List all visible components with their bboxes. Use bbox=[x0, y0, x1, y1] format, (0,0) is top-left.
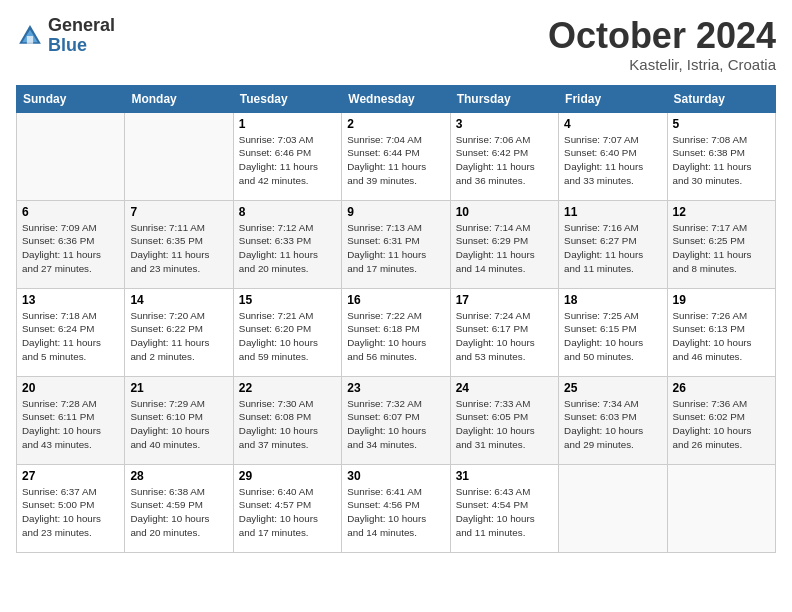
day-info: Sunrise: 7:13 AM Sunset: 6:31 PM Dayligh… bbox=[347, 221, 444, 276]
day-number: 8 bbox=[239, 205, 336, 219]
page-header: General Blue October 2024 Kastelir, Istr… bbox=[16, 16, 776, 73]
day-number: 13 bbox=[22, 293, 119, 307]
day-number: 3 bbox=[456, 117, 553, 131]
day-info: Sunrise: 7:29 AM Sunset: 6:10 PM Dayligh… bbox=[130, 397, 227, 452]
day-number: 21 bbox=[130, 381, 227, 395]
weekday-header-thursday: Thursday bbox=[450, 85, 558, 112]
logo-general-text: General bbox=[48, 15, 115, 35]
calendar-cell: 10Sunrise: 7:14 AM Sunset: 6:29 PM Dayli… bbox=[450, 200, 558, 288]
calendar-cell: 6Sunrise: 7:09 AM Sunset: 6:36 PM Daylig… bbox=[17, 200, 125, 288]
logo: General Blue bbox=[16, 16, 115, 56]
day-number: 25 bbox=[564, 381, 661, 395]
day-number: 10 bbox=[456, 205, 553, 219]
day-number: 18 bbox=[564, 293, 661, 307]
calendar-cell: 13Sunrise: 7:18 AM Sunset: 6:24 PM Dayli… bbox=[17, 288, 125, 376]
day-info: Sunrise: 7:11 AM Sunset: 6:35 PM Dayligh… bbox=[130, 221, 227, 276]
calendar-cell: 16Sunrise: 7:22 AM Sunset: 6:18 PM Dayli… bbox=[342, 288, 450, 376]
calendar-cell: 20Sunrise: 7:28 AM Sunset: 6:11 PM Dayli… bbox=[17, 376, 125, 464]
location-subtitle: Kastelir, Istria, Croatia bbox=[548, 56, 776, 73]
day-info: Sunrise: 6:38 AM Sunset: 4:59 PM Dayligh… bbox=[130, 485, 227, 540]
day-number: 23 bbox=[347, 381, 444, 395]
calendar-cell: 18Sunrise: 7:25 AM Sunset: 6:15 PM Dayli… bbox=[559, 288, 667, 376]
day-number: 5 bbox=[673, 117, 770, 131]
calendar-cell: 14Sunrise: 7:20 AM Sunset: 6:22 PM Dayli… bbox=[125, 288, 233, 376]
calendar-cell bbox=[559, 464, 667, 552]
day-number: 28 bbox=[130, 469, 227, 483]
day-number: 9 bbox=[347, 205, 444, 219]
day-number: 11 bbox=[564, 205, 661, 219]
day-info: Sunrise: 7:25 AM Sunset: 6:15 PM Dayligh… bbox=[564, 309, 661, 364]
calendar-body: 1Sunrise: 7:03 AM Sunset: 6:46 PM Daylig… bbox=[17, 112, 776, 552]
calendar-cell: 3Sunrise: 7:06 AM Sunset: 6:42 PM Daylig… bbox=[450, 112, 558, 200]
calendar-week-2: 6Sunrise: 7:09 AM Sunset: 6:36 PM Daylig… bbox=[17, 200, 776, 288]
calendar-cell: 2Sunrise: 7:04 AM Sunset: 6:44 PM Daylig… bbox=[342, 112, 450, 200]
day-info: Sunrise: 6:43 AM Sunset: 4:54 PM Dayligh… bbox=[456, 485, 553, 540]
weekday-header-friday: Friday bbox=[559, 85, 667, 112]
day-info: Sunrise: 6:37 AM Sunset: 5:00 PM Dayligh… bbox=[22, 485, 119, 540]
calendar-week-1: 1Sunrise: 7:03 AM Sunset: 6:46 PM Daylig… bbox=[17, 112, 776, 200]
day-number: 2 bbox=[347, 117, 444, 131]
calendar-cell: 22Sunrise: 7:30 AM Sunset: 6:08 PM Dayli… bbox=[233, 376, 341, 464]
day-info: Sunrise: 7:20 AM Sunset: 6:22 PM Dayligh… bbox=[130, 309, 227, 364]
calendar-cell: 21Sunrise: 7:29 AM Sunset: 6:10 PM Dayli… bbox=[125, 376, 233, 464]
day-number: 27 bbox=[22, 469, 119, 483]
calendar-week-4: 20Sunrise: 7:28 AM Sunset: 6:11 PM Dayli… bbox=[17, 376, 776, 464]
day-info: Sunrise: 7:18 AM Sunset: 6:24 PM Dayligh… bbox=[22, 309, 119, 364]
day-info: Sunrise: 7:04 AM Sunset: 6:44 PM Dayligh… bbox=[347, 133, 444, 188]
day-info: Sunrise: 7:36 AM Sunset: 6:02 PM Dayligh… bbox=[673, 397, 770, 452]
calendar-cell: 23Sunrise: 7:32 AM Sunset: 6:07 PM Dayli… bbox=[342, 376, 450, 464]
weekday-header-wednesday: Wednesday bbox=[342, 85, 450, 112]
day-info: Sunrise: 7:21 AM Sunset: 6:20 PM Dayligh… bbox=[239, 309, 336, 364]
title-block: October 2024 Kastelir, Istria, Croatia bbox=[548, 16, 776, 73]
day-number: 20 bbox=[22, 381, 119, 395]
day-number: 24 bbox=[456, 381, 553, 395]
calendar-cell: 12Sunrise: 7:17 AM Sunset: 6:25 PM Dayli… bbox=[667, 200, 775, 288]
calendar-cell: 28Sunrise: 6:38 AM Sunset: 4:59 PM Dayli… bbox=[125, 464, 233, 552]
day-number: 17 bbox=[456, 293, 553, 307]
calendar-cell bbox=[17, 112, 125, 200]
calendar-cell: 26Sunrise: 7:36 AM Sunset: 6:02 PM Dayli… bbox=[667, 376, 775, 464]
calendar-cell: 31Sunrise: 6:43 AM Sunset: 4:54 PM Dayli… bbox=[450, 464, 558, 552]
calendar-cell: 11Sunrise: 7:16 AM Sunset: 6:27 PM Dayli… bbox=[559, 200, 667, 288]
logo-blue-text: Blue bbox=[48, 35, 87, 55]
day-info: Sunrise: 7:16 AM Sunset: 6:27 PM Dayligh… bbox=[564, 221, 661, 276]
day-info: Sunrise: 7:14 AM Sunset: 6:29 PM Dayligh… bbox=[456, 221, 553, 276]
month-title: October 2024 bbox=[548, 16, 776, 56]
calendar-header: SundayMondayTuesdayWednesdayThursdayFrid… bbox=[17, 85, 776, 112]
day-number: 26 bbox=[673, 381, 770, 395]
calendar-week-3: 13Sunrise: 7:18 AM Sunset: 6:24 PM Dayli… bbox=[17, 288, 776, 376]
weekday-header-tuesday: Tuesday bbox=[233, 85, 341, 112]
day-number: 16 bbox=[347, 293, 444, 307]
day-number: 7 bbox=[130, 205, 227, 219]
svg-rect-2 bbox=[27, 36, 33, 44]
day-number: 31 bbox=[456, 469, 553, 483]
calendar-cell bbox=[125, 112, 233, 200]
day-info: Sunrise: 7:24 AM Sunset: 6:17 PM Dayligh… bbox=[456, 309, 553, 364]
day-number: 30 bbox=[347, 469, 444, 483]
logo-icon bbox=[16, 22, 44, 50]
day-info: Sunrise: 7:03 AM Sunset: 6:46 PM Dayligh… bbox=[239, 133, 336, 188]
calendar-cell: 4Sunrise: 7:07 AM Sunset: 6:40 PM Daylig… bbox=[559, 112, 667, 200]
calendar-cell: 8Sunrise: 7:12 AM Sunset: 6:33 PM Daylig… bbox=[233, 200, 341, 288]
weekday-row: SundayMondayTuesdayWednesdayThursdayFrid… bbox=[17, 85, 776, 112]
day-number: 6 bbox=[22, 205, 119, 219]
day-info: Sunrise: 7:17 AM Sunset: 6:25 PM Dayligh… bbox=[673, 221, 770, 276]
day-info: Sunrise: 7:22 AM Sunset: 6:18 PM Dayligh… bbox=[347, 309, 444, 364]
calendar-cell: 19Sunrise: 7:26 AM Sunset: 6:13 PM Dayli… bbox=[667, 288, 775, 376]
calendar-cell: 25Sunrise: 7:34 AM Sunset: 6:03 PM Dayli… bbox=[559, 376, 667, 464]
calendar-cell: 9Sunrise: 7:13 AM Sunset: 6:31 PM Daylig… bbox=[342, 200, 450, 288]
day-info: Sunrise: 7:08 AM Sunset: 6:38 PM Dayligh… bbox=[673, 133, 770, 188]
day-info: Sunrise: 7:28 AM Sunset: 6:11 PM Dayligh… bbox=[22, 397, 119, 452]
day-info: Sunrise: 7:33 AM Sunset: 6:05 PM Dayligh… bbox=[456, 397, 553, 452]
calendar-cell: 15Sunrise: 7:21 AM Sunset: 6:20 PM Dayli… bbox=[233, 288, 341, 376]
day-info: Sunrise: 7:09 AM Sunset: 6:36 PM Dayligh… bbox=[22, 221, 119, 276]
calendar-cell bbox=[667, 464, 775, 552]
calendar-cell: 17Sunrise: 7:24 AM Sunset: 6:17 PM Dayli… bbox=[450, 288, 558, 376]
day-number: 29 bbox=[239, 469, 336, 483]
day-info: Sunrise: 7:12 AM Sunset: 6:33 PM Dayligh… bbox=[239, 221, 336, 276]
calendar-cell: 24Sunrise: 7:33 AM Sunset: 6:05 PM Dayli… bbox=[450, 376, 558, 464]
day-number: 4 bbox=[564, 117, 661, 131]
calendar-cell: 30Sunrise: 6:41 AM Sunset: 4:56 PM Dayli… bbox=[342, 464, 450, 552]
calendar-cell: 1Sunrise: 7:03 AM Sunset: 6:46 PM Daylig… bbox=[233, 112, 341, 200]
day-number: 19 bbox=[673, 293, 770, 307]
